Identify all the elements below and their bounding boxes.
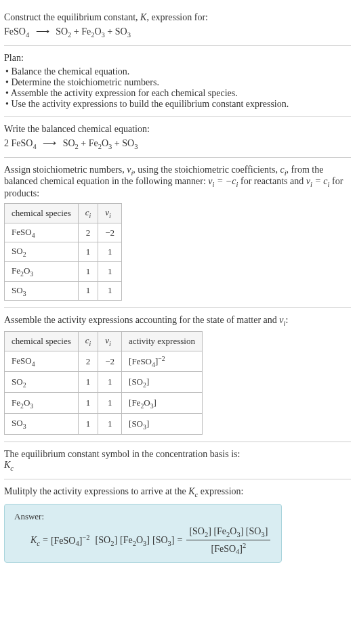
nu-symbol: νi — [127, 165, 133, 175]
eq: = − — [214, 176, 232, 186]
cell-activity: [SO3] — [122, 414, 203, 435]
superscript: −2 — [158, 355, 165, 362]
t: [FeSO — [211, 543, 236, 553]
answer-box: Answer: Kc = [FeSO4]−2 [SO2] [Fe2O3] [SO… — [4, 504, 282, 563]
section-plan: Plan: • Balance the chemical equation. •… — [4, 46, 351, 117]
subscript: 3 — [127, 31, 131, 39]
formula: FeSO — [4, 26, 26, 37]
kc-expression: Kc = [FeSO4]−2 [SO2] [Fe2O3] [SO3] = [SO… — [30, 526, 272, 555]
text: Mulitply the activity expressions to arr… — [4, 486, 188, 496]
term: [Fe2O3] — [120, 535, 150, 547]
subscript: 3 — [30, 270, 33, 278]
table-row: SO211[SO2] — [5, 372, 203, 393]
cell-activity: [Fe2O3] — [122, 393, 203, 414]
subscript: c — [10, 465, 14, 472]
table-row: SO211 — [5, 242, 122, 262]
cell-species: FeSO4 — [5, 223, 79, 242]
superscript: −2 — [82, 534, 89, 541]
cell-ci: 1 — [78, 261, 98, 281]
t: [SO — [189, 526, 205, 536]
c-symbol: ci — [280, 165, 286, 175]
cell-nui: 1 — [98, 414, 122, 435]
text: Assign stoichiometric numbers, — [4, 165, 127, 175]
t: ] [Fe — [208, 526, 226, 536]
formula: FeSO — [12, 227, 32, 237]
ae: [FeSO — [129, 356, 152, 366]
subscript: 4 — [32, 360, 35, 367]
t: O — [136, 535, 143, 545]
ae: [SO — [129, 419, 143, 429]
subscript: 2 — [23, 381, 26, 388]
kc-symbol: Kc — [30, 535, 40, 547]
table-row: SO311[SO3] — [5, 414, 203, 435]
formula: SO — [12, 285, 23, 295]
cell-species: FeSO4 — [5, 351, 79, 372]
formula: Fe — [89, 138, 98, 148]
cell-ci: 2 — [78, 351, 98, 372]
table-header-row: chemical species ci νi — [5, 204, 122, 223]
species: SO3 — [115, 26, 131, 37]
arrow-icon: ⟶ — [36, 26, 49, 37]
col-activity: activity expression — [122, 331, 203, 351]
t: ] — [146, 535, 150, 545]
plan-list: • Balance the chemical equation. • Deter… — [4, 66, 351, 110]
ae: ] — [146, 419, 149, 429]
col-nui: νi — [98, 204, 122, 223]
formula: O — [24, 398, 30, 408]
subscript: i — [89, 340, 91, 347]
plus: + — [105, 26, 115, 37]
formula: SO — [12, 377, 23, 387]
cell-ci: 1 — [78, 281, 98, 301]
prompt-line-1: Construct the equilibrium constant, K, e… — [4, 12, 351, 23]
arrow-icon: ⟶ — [43, 138, 56, 148]
balanced-equation: 2 FeSO4 ⟶ SO2 + Fe2O3 + SO3 — [4, 137, 351, 150]
cell-nui: 1 — [98, 372, 122, 393]
formula: O — [102, 138, 108, 148]
text-block: Assign stoichiometric numbers, νi, using… — [4, 165, 351, 200]
col-ci: ci — [78, 331, 98, 351]
ae: O — [144, 398, 150, 408]
eq: = — [312, 176, 323, 186]
plan-item: • Use the activity expressions to build … — [5, 99, 351, 110]
cell-species: Fe2O3 — [5, 261, 79, 281]
answer-label: Answer: — [14, 511, 272, 522]
section-kc-symbol: The equilibrium constant symbol in the c… — [4, 442, 351, 479]
text: , expression for: — [146, 12, 208, 22]
plan-item: • Assemble the activity expression for e… — [5, 88, 351, 99]
formula: FeSO — [12, 138, 33, 148]
col-species: chemical species — [5, 331, 79, 351]
subscript: 2 — [23, 251, 26, 258]
plan-item: • Determine the stoichiometric numbers. — [5, 77, 351, 88]
t: ] — [265, 526, 268, 536]
equals: = — [178, 535, 183, 546]
relation: νi = −ci — [208, 176, 238, 186]
species: FeSO4 — [12, 138, 37, 148]
cell-nui: 1 — [98, 261, 122, 281]
activity-table: chemical species ci νi activity expressi… — [4, 331, 203, 435]
formula: SO — [115, 26, 127, 37]
ae: [SO — [129, 377, 143, 387]
species: Fe2O3 — [81, 26, 105, 37]
t: [SO — [152, 535, 168, 545]
fraction: [SO2] [Fe2O3] [SO3] [FeSO4]2 — [186, 526, 270, 555]
relation: νi = ci — [306, 176, 330, 186]
k-symbol: K — [140, 12, 146, 22]
formula: Fe — [12, 265, 20, 276]
ae: [Fe — [129, 398, 140, 408]
formula: O — [24, 265, 30, 276]
formula: SO — [12, 418, 23, 428]
formula: SO — [122, 138, 134, 148]
k: K — [4, 460, 10, 470]
t: O — [230, 526, 236, 536]
formula: FeSO — [12, 356, 32, 366]
cell-species: SO3 — [5, 414, 79, 435]
subscript: 3 — [23, 289, 26, 297]
formula: SO — [56, 26, 68, 37]
subscript: i — [109, 212, 111, 219]
plus: + — [112, 138, 122, 148]
text-block: Assemble the activity expressions accoun… — [4, 315, 351, 327]
text: Construct the equilibrium constant, — [4, 12, 140, 22]
formula: SO — [63, 138, 75, 148]
equals: = — [43, 535, 48, 546]
cell-activity: [FeSO4]−2 — [122, 351, 203, 372]
